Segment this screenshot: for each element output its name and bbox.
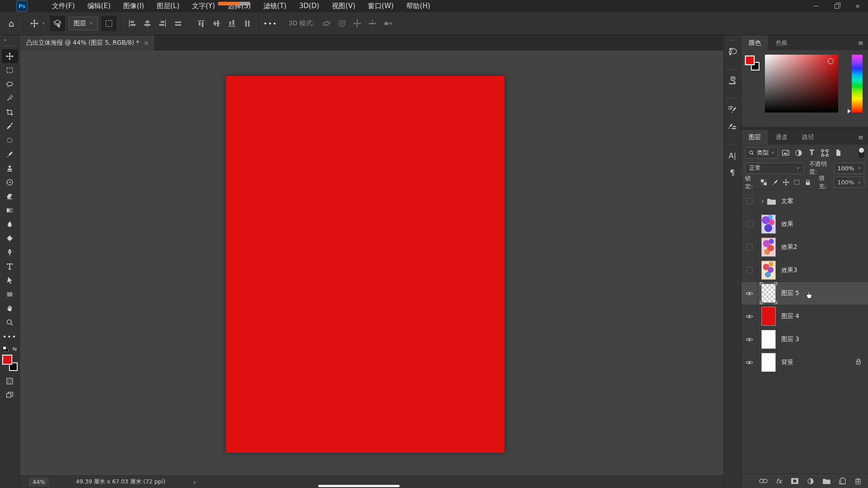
rectangular-marquee-tool[interactable] [2,63,18,77]
foreground-color-swatch[interactable] [2,355,12,365]
menu-type[interactable]: 文字(Y) [186,0,222,12]
foreground-color-swatch-panel[interactable] [745,56,755,65]
fill-value-field[interactable]: 100%∨ [834,177,864,188]
layer-row[interactable]: 效果2 [741,236,868,259]
eye-icon[interactable] [745,360,753,365]
layer-row[interactable]: 效果 [741,213,868,236]
panel-menu-icon[interactable]: ≡ [858,39,863,47]
edit-toolbar-icon[interactable]: ••• [2,329,18,343]
history-panel-icon[interactable] [725,44,740,59]
eye-icon[interactable] [745,337,753,342]
magic-wand-tool[interactable] [2,91,18,105]
menu-file[interactable]: 文件(F) [46,0,81,12]
color-field-cursor[interactable] [828,58,834,64]
layer-name[interactable]: 图层 3 [781,335,799,343]
auto-select-target-dropdown[interactable]: 图层∨ [69,17,98,30]
layer-name[interactable]: 效果3 [781,266,797,274]
expand-tools-icon[interactable]: » [0,35,19,44]
lock-transparent-pixels-icon[interactable] [760,178,768,187]
filter-type-dropdown[interactable]: 类型 ∨ [745,147,778,159]
layer-row[interactable]: 效果3 [741,259,868,282]
type-layer-filter-icon[interactable]: T [807,147,817,158]
filter-toggle-switch[interactable] [859,147,864,158]
pen-tool[interactable] [2,245,18,259]
chevron-down-icon[interactable]: ∨ [42,22,45,25]
screen-mode-button[interactable] [2,388,18,402]
layer-row-selected[interactable]: 图层 5 [741,282,868,305]
distribute-horizontal-icon[interactable] [170,16,186,31]
layer-thumbnail[interactable] [761,238,776,257]
visibility-toggle[interactable] [741,351,758,374]
layer-thumbnail[interactable] [761,284,776,303]
3d-pan-icon[interactable] [349,16,365,31]
eyedropper-tool[interactable] [2,119,18,133]
tab-swatches[interactable]: 色板 [768,35,795,50]
lock-artboard-icon[interactable] [793,178,801,187]
3d-dolly-camera-icon[interactable] [380,16,396,31]
minimize-button[interactable] [806,0,826,12]
brush-settings-panel-icon[interactable] [725,102,740,117]
layer-name[interactable]: 图层 5 [781,289,799,297]
move-tool-icon[interactable] [27,16,42,31]
blur-tool[interactable] [2,217,18,231]
eye-icon[interactable] [745,291,753,296]
eraser-tool[interactable] [2,189,18,203]
hand-tool[interactable] [2,301,18,315]
hue-slider-marker[interactable] [848,109,851,113]
brushes-panel-icon[interactable] [725,119,740,134]
saturation-brightness-field[interactable] [765,55,838,113]
visibility-toggle[interactable] [741,328,758,351]
layer-thumbnail[interactable] [761,330,776,349]
layer-thumbnail[interactable] [761,353,776,372]
visibility-off-box[interactable] [746,244,753,250]
new-layer-button[interactable] [838,477,847,486]
restore-button[interactable] [826,0,847,12]
3d-orbit-icon[interactable] [319,16,334,31]
menu-window[interactable]: 窗口(W) [362,0,400,12]
layer-thumbnail[interactable] [761,307,776,326]
align-vertical-center-icon[interactable] [209,16,224,31]
menu-image[interactable]: 图像(I) [117,0,151,12]
canvas-area[interactable] [20,51,723,475]
visibility-toggle[interactable] [741,236,758,258]
default-colors-icon[interactable] [3,346,9,352]
character-panel-icon[interactable]: A| [725,148,740,163]
layer-row-background[interactable]: 背景 [741,351,868,374]
move-tool[interactable] [2,49,18,63]
menu-filter[interactable]: 滤镜(T) [257,0,293,12]
lock-image-pixels-icon[interactable] [771,178,779,187]
layer-name[interactable]: 效果 [781,220,793,228]
type-tool[interactable] [2,259,18,273]
3d-slide-icon[interactable] [365,16,380,31]
lock-all-icon[interactable] [804,178,812,187]
spot-healing-brush-tool[interactable] [2,133,18,147]
rectangle-tool[interactable] [2,287,18,301]
new-group-button[interactable] [822,477,831,486]
history-brush-tool[interactable] [2,175,18,189]
tab-paths[interactable]: 路径 [795,130,821,145]
document-tab[interactable]: 凸出立体海报 @ 44% (图层 5, RGB/8) * × [20,35,155,51]
align-horizontal-center-icon[interactable] [140,16,155,31]
layer-thumbnail[interactable] [761,261,776,280]
menu-edit[interactable]: 编辑(E) [81,0,117,12]
brush-tool[interactable] [2,147,18,161]
home-icon[interactable]: ⌂ [4,16,19,31]
zoom-level-field[interactable]: 44% [28,477,50,487]
tab-close-icon[interactable]: × [144,39,149,47]
tab-layers[interactable]: 图层 [741,130,768,145]
group-collapse-chevron[interactable]: › [761,197,764,205]
visibility-toggle[interactable] [741,213,758,235]
visibility-toggle[interactable] [741,282,758,305]
zoom-tool[interactable] [2,315,18,329]
layer-name[interactable]: 效果2 [781,243,797,251]
crop-tool[interactable] [2,105,18,119]
align-bottom-icon[interactable] [224,16,240,31]
link-layers-button[interactable] [759,477,768,486]
opacity-value-field[interactable]: 100%∨ [834,163,864,174]
document-artboard[interactable] [226,76,505,453]
auto-select-icon[interactable] [50,16,65,31]
smart-object-filter-icon[interactable] [833,147,844,158]
layer-name[interactable]: 图层 4 [781,312,799,320]
visibility-off-box[interactable] [746,267,753,273]
eye-icon[interactable] [745,314,753,319]
